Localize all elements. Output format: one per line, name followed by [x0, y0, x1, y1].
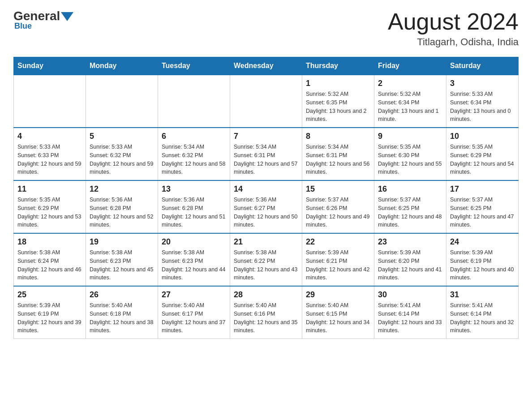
day-number: 21 — [234, 237, 298, 247]
day-number: 22 — [306, 237, 370, 247]
table-row: 2Sunrise: 5:32 AM Sunset: 6:34 PM Daylig… — [374, 75, 446, 128]
col-saturday: Saturday — [446, 57, 519, 75]
day-number: 31 — [450, 290, 515, 300]
day-info: Sunrise: 5:34 AM Sunset: 6:32 PM Dayligh… — [162, 143, 226, 176]
logo-blue-text: Blue — [14, 21, 32, 31]
table-row — [158, 75, 230, 128]
table-row: 11Sunrise: 5:35 AM Sunset: 6:29 PM Dayli… — [14, 180, 86, 233]
table-row: 24Sunrise: 5:39 AM Sunset: 6:19 PM Dayli… — [446, 233, 519, 286]
day-number: 20 — [162, 237, 226, 247]
calendar-week-row: 11Sunrise: 5:35 AM Sunset: 6:29 PM Dayli… — [14, 180, 519, 233]
day-info: Sunrise: 5:33 AM Sunset: 6:32 PM Dayligh… — [90, 143, 154, 176]
day-number: 15 — [306, 184, 370, 194]
table-row: 9Sunrise: 5:35 AM Sunset: 6:30 PM Daylig… — [374, 128, 446, 180]
table-row: 23Sunrise: 5:39 AM Sunset: 6:20 PM Dayli… — [374, 233, 446, 286]
day-number: 10 — [450, 132, 515, 141]
table-row — [230, 75, 302, 128]
day-info: Sunrise: 5:32 AM Sunset: 6:35 PM Dayligh… — [306, 90, 370, 124]
calendar-subtitle: Titlagarh, Odisha, India — [388, 36, 519, 48]
day-info: Sunrise: 5:33 AM Sunset: 6:33 PM Dayligh… — [17, 143, 82, 176]
table-row: 4Sunrise: 5:33 AM Sunset: 6:33 PM Daylig… — [14, 128, 86, 180]
day-number: 7 — [234, 132, 298, 141]
day-info: Sunrise: 5:35 AM Sunset: 6:29 PM Dayligh… — [450, 143, 515, 176]
day-info: Sunrise: 5:39 AM Sunset: 6:19 PM Dayligh… — [450, 248, 515, 282]
table-row: 5Sunrise: 5:33 AM Sunset: 6:32 PM Daylig… — [86, 128, 158, 180]
day-number: 28 — [234, 290, 298, 300]
day-info: Sunrise: 5:39 AM Sunset: 6:21 PM Dayligh… — [306, 248, 370, 282]
day-info: Sunrise: 5:38 AM Sunset: 6:23 PM Dayligh… — [90, 248, 154, 282]
day-info: Sunrise: 5:33 AM Sunset: 6:34 PM Dayligh… — [450, 90, 515, 124]
day-info: Sunrise: 5:36 AM Sunset: 6:28 PM Dayligh… — [90, 196, 154, 229]
calendar-week-row: 1Sunrise: 5:32 AM Sunset: 6:35 PM Daylig… — [14, 75, 519, 128]
table-row: 17Sunrise: 5:37 AM Sunset: 6:25 PM Dayli… — [446, 180, 519, 233]
table-row: 12Sunrise: 5:36 AM Sunset: 6:28 PM Dayli… — [86, 180, 158, 233]
table-row: 19Sunrise: 5:38 AM Sunset: 6:23 PM Dayli… — [86, 233, 158, 286]
table-row: 3Sunrise: 5:33 AM Sunset: 6:34 PM Daylig… — [446, 75, 519, 128]
day-info: Sunrise: 5:39 AM Sunset: 6:19 PM Dayligh… — [17, 301, 82, 335]
day-info: Sunrise: 5:40 AM Sunset: 6:15 PM Dayligh… — [306, 301, 370, 335]
day-number: 2 — [378, 79, 442, 88]
day-number: 13 — [162, 184, 226, 194]
col-monday: Monday — [86, 57, 158, 75]
day-number: 30 — [378, 290, 442, 300]
table-row: 28Sunrise: 5:40 AM Sunset: 6:16 PM Dayli… — [230, 286, 302, 339]
day-number: 1 — [306, 79, 370, 88]
day-info: Sunrise: 5:39 AM Sunset: 6:20 PM Dayligh… — [378, 248, 442, 282]
day-number: 6 — [162, 132, 226, 141]
table-row: 16Sunrise: 5:37 AM Sunset: 6:25 PM Dayli… — [374, 180, 446, 233]
title-block: August 2024 Titlagarh, Odisha, India — [388, 9, 519, 48]
day-info: Sunrise: 5:34 AM Sunset: 6:31 PM Dayligh… — [306, 143, 370, 176]
day-number: 26 — [90, 290, 154, 300]
table-row — [86, 75, 158, 128]
day-info: Sunrise: 5:32 AM Sunset: 6:34 PM Dayligh… — [378, 90, 442, 124]
day-info: Sunrise: 5:37 AM Sunset: 6:25 PM Dayligh… — [378, 196, 442, 229]
col-friday: Friday — [374, 57, 446, 75]
day-number: 17 — [450, 184, 515, 194]
day-info: Sunrise: 5:36 AM Sunset: 6:28 PM Dayligh… — [162, 196, 226, 229]
table-row: 1Sunrise: 5:32 AM Sunset: 6:35 PM Daylig… — [302, 75, 374, 128]
day-info: Sunrise: 5:37 AM Sunset: 6:25 PM Dayligh… — [450, 196, 515, 229]
table-row: 29Sunrise: 5:40 AM Sunset: 6:15 PM Dayli… — [302, 286, 374, 339]
day-info: Sunrise: 5:40 AM Sunset: 6:18 PM Dayligh… — [90, 301, 154, 335]
table-row: 25Sunrise: 5:39 AM Sunset: 6:19 PM Dayli… — [14, 286, 86, 339]
day-number: 5 — [90, 132, 154, 141]
col-sunday: Sunday — [14, 57, 86, 75]
table-row: 22Sunrise: 5:39 AM Sunset: 6:21 PM Dayli… — [302, 233, 374, 286]
table-row: 18Sunrise: 5:38 AM Sunset: 6:24 PM Dayli… — [14, 233, 86, 286]
table-row: 7Sunrise: 5:34 AM Sunset: 6:31 PM Daylig… — [230, 128, 302, 180]
table-row: 13Sunrise: 5:36 AM Sunset: 6:28 PM Dayli… — [158, 180, 230, 233]
day-info: Sunrise: 5:38 AM Sunset: 6:22 PM Dayligh… — [234, 248, 298, 282]
day-number: 9 — [378, 132, 442, 141]
day-info: Sunrise: 5:41 AM Sunset: 6:14 PM Dayligh… — [450, 301, 515, 335]
calendar-week-row: 25Sunrise: 5:39 AM Sunset: 6:19 PM Dayli… — [14, 286, 519, 339]
table-row — [14, 75, 86, 128]
day-info: Sunrise: 5:35 AM Sunset: 6:29 PM Dayligh… — [17, 196, 82, 229]
day-info: Sunrise: 5:36 AM Sunset: 6:27 PM Dayligh… — [234, 196, 298, 229]
table-row: 15Sunrise: 5:37 AM Sunset: 6:26 PM Dayli… — [302, 180, 374, 233]
logo: General Blue — [13, 9, 73, 31]
calendar-table: Sunday Monday Tuesday Wednesday Thursday… — [13, 57, 519, 339]
day-number: 11 — [17, 184, 82, 194]
day-info: Sunrise: 5:35 AM Sunset: 6:30 PM Dayligh… — [378, 143, 442, 176]
table-row: 27Sunrise: 5:40 AM Sunset: 6:17 PM Dayli… — [158, 286, 230, 339]
day-info: Sunrise: 5:34 AM Sunset: 6:31 PM Dayligh… — [234, 143, 298, 176]
col-thursday: Thursday — [302, 57, 374, 75]
day-info: Sunrise: 5:38 AM Sunset: 6:24 PM Dayligh… — [17, 248, 82, 282]
day-info: Sunrise: 5:41 AM Sunset: 6:14 PM Dayligh… — [378, 301, 442, 335]
table-row: 26Sunrise: 5:40 AM Sunset: 6:18 PM Dayli… — [86, 286, 158, 339]
day-number: 8 — [306, 132, 370, 141]
table-row: 14Sunrise: 5:36 AM Sunset: 6:27 PM Dayli… — [230, 180, 302, 233]
day-info: Sunrise: 5:37 AM Sunset: 6:26 PM Dayligh… — [306, 196, 370, 229]
table-row: 21Sunrise: 5:38 AM Sunset: 6:22 PM Dayli… — [230, 233, 302, 286]
calendar-title: August 2024 — [388, 9, 519, 34]
day-number: 25 — [17, 290, 82, 300]
table-row: 30Sunrise: 5:41 AM Sunset: 6:14 PM Dayli… — [374, 286, 446, 339]
day-number: 14 — [234, 184, 298, 194]
table-row: 8Sunrise: 5:34 AM Sunset: 6:31 PM Daylig… — [302, 128, 374, 180]
calendar-week-row: 4Sunrise: 5:33 AM Sunset: 6:33 PM Daylig… — [14, 128, 519, 180]
table-row: 20Sunrise: 5:38 AM Sunset: 6:23 PM Dayli… — [158, 233, 230, 286]
day-number: 27 — [162, 290, 226, 300]
table-row: 10Sunrise: 5:35 AM Sunset: 6:29 PM Dayli… — [446, 128, 519, 180]
day-number: 3 — [450, 79, 515, 88]
calendar-week-row: 18Sunrise: 5:38 AM Sunset: 6:24 PM Dayli… — [14, 233, 519, 286]
